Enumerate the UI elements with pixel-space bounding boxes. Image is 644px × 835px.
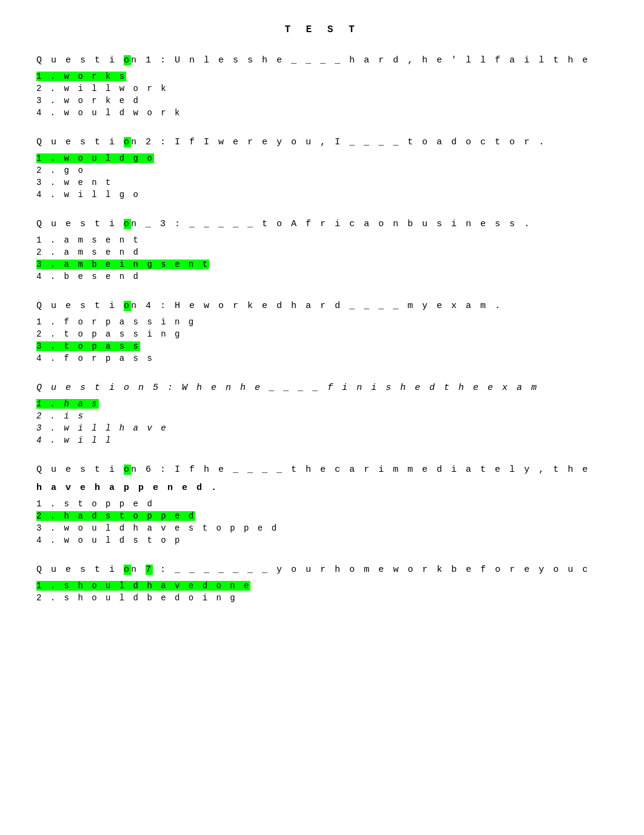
option-number: 4 . [36, 272, 64, 281]
option-number: 3 . [36, 178, 64, 187]
option-number: 2 . [36, 593, 64, 603]
option-number: 2 . [36, 247, 64, 257]
option-number: 2 . [36, 511, 64, 521]
list-item: 2 . w i l l w o r k [36, 84, 608, 94]
question-2: Q u e s t i on 2 : I f I w e r e y o u ,… [36, 135, 608, 200]
option-text: w i l l [64, 435, 113, 445]
list-item: 1 . s h o u l d h a v e d o n e [36, 581, 608, 591]
option-text: a m s e n d [64, 247, 140, 257]
option-text: g o [64, 166, 85, 175]
option-text: h a d s t o p p e d [64, 511, 196, 521]
option-text: w o u l d g o [64, 153, 154, 163]
option-text: s h o u l d h a v e d o n e [64, 581, 251, 591]
option-text: a m s e n t [64, 235, 140, 245]
option-text: w o u l d s t o p [64, 535, 182, 545]
option-number: 1 . [36, 72, 64, 81]
question-3: Q u e s t i on _ 3 : _ _ _ _ _ t o A f r… [36, 217, 608, 282]
list-item: 4 . w o u l d s t o p [36, 535, 608, 546]
option-text: a m b e i n g s e n t [64, 260, 209, 269]
list-item: 1 . f o r p a s s i n g [36, 317, 608, 327]
list-item: 2 . a m s e n d [36, 247, 608, 258]
page-title: T E S T [36, 24, 608, 35]
list-item: 2 . i s [36, 411, 608, 421]
list-item: 3 . w e n t [36, 178, 608, 188]
option-text: t o p a s s i n g [64, 329, 182, 339]
option-number: 1 . [36, 399, 64, 409]
question-stem: Q u e s t i on 7 : _ _ _ _ _ _ _ y o u r… [36, 563, 608, 577]
option-number: 3 . [36, 96, 64, 106]
list-item: 1 . h a s [36, 399, 608, 409]
option-text: w i l l g o [64, 190, 140, 200]
option-text: f o r p a s s [64, 354, 154, 363]
list-item: 3 . t o p a s s [36, 341, 608, 352]
list-item: 2 . t o p a s s i n g [36, 329, 608, 340]
option-text: w i l l w o r k [64, 84, 168, 93]
option-number: 1 . [36, 153, 64, 163]
option-text: t o p a s s [64, 341, 140, 351]
option-number: 2 . [36, 411, 64, 421]
option-number: 3 . [36, 523, 64, 533]
option-number: 4 . [36, 435, 64, 445]
list-item: 3 . w o r k e d [36, 96, 608, 106]
option-number: 3 . [36, 423, 64, 433]
question-stem-extra: h a v e h a p p e n e d . [36, 481, 608, 495]
option-text: s h o u l d b e d o i n g [64, 593, 237, 603]
list-item: 3 . a m b e i n g s e n t [36, 260, 608, 270]
question-stem: Q u e s t i o n 5 : W h e n h e _ _ _ _ … [36, 381, 608, 395]
list-item: 3 . w i l l h a v e [36, 423, 608, 434]
list-item: 2 . h a d s t o p p e d [36, 511, 608, 521]
option-text: w e n t [64, 178, 113, 187]
option-text: w o r k s [64, 72, 127, 81]
question-stem: Q u e s t i on 4 : H e w o r k e d h a r… [36, 299, 608, 314]
question-6: Q u e s t i on 6 : I f h e _ _ _ _ t h e… [36, 463, 608, 546]
option-number: 2 . [36, 329, 64, 339]
option-text: w i l l h a v e [64, 423, 168, 433]
list-item: 4 . w i l l [36, 435, 608, 446]
question-stem: Q u e s t i on 6 : I f h e _ _ _ _ t h e… [36, 463, 608, 477]
option-number: 1 . [36, 317, 64, 327]
option-number: 1 . [36, 499, 64, 509]
option-number: 4 . [36, 354, 64, 363]
list-item: 4 . f o r p a s s [36, 354, 608, 364]
list-item: 2 . g o [36, 166, 608, 176]
option-number: 3 . [36, 341, 64, 351]
option-text: w o u l d w o r k [64, 108, 182, 118]
list-item: 1 . s t o p p e d [36, 499, 608, 509]
option-text: h a s [64, 399, 99, 409]
option-text: i s [64, 411, 85, 421]
option-number: 4 . [36, 108, 64, 118]
question-stem: Q u e s t i on _ 3 : _ _ _ _ _ t o A f r… [36, 217, 608, 232]
option-text: b e s e n d [64, 272, 140, 281]
question-7: Q u e s t i on 7 : _ _ _ _ _ _ _ y o u r… [36, 563, 608, 603]
option-number: 4 . [36, 535, 64, 545]
question-5: Q u e s t i o n 5 : W h e n h e _ _ _ _ … [36, 381, 608, 446]
list-item: 4 . w o u l d w o r k [36, 108, 608, 118]
option-number: 1 . [36, 235, 64, 245]
question-4: Q u e s t i on 4 : H e w o r k e d h a r… [36, 299, 608, 364]
option-number: 3 . [36, 260, 64, 269]
option-number: 4 . [36, 190, 64, 200]
list-item: 4 . b e s e n d [36, 272, 608, 282]
question-1: Q u e s t i on 1 : U n l e s s h e _ _ _… [36, 53, 608, 118]
list-item: 3 . w o u l d h a v e s t o p p e d [36, 523, 608, 534]
question-stem: Q u e s t i on 1 : U n l e s s h e _ _ _… [36, 53, 608, 68]
list-item: 1 . w o u l d g o [36, 153, 608, 164]
option-number: 2 . [36, 84, 64, 93]
option-text: s t o p p e d [64, 499, 154, 509]
list-item: 1 . w o r k s [36, 72, 608, 82]
question-stem: Q u e s t i on 2 : I f I w e r e y o u ,… [36, 135, 608, 150]
option-text: f o r p a s s i n g [64, 317, 196, 327]
list-item: 1 . a m s e n t [36, 235, 608, 246]
list-item: 2 . s h o u l d b e d o i n g [36, 593, 608, 603]
option-text: w o r k e d [64, 96, 140, 106]
option-text: w o u l d h a v e s t o p p e d [64, 523, 278, 533]
option-number: 1 . [36, 581, 64, 591]
list-item: 4 . w i l l g o [36, 190, 608, 200]
option-number: 2 . [36, 166, 64, 175]
